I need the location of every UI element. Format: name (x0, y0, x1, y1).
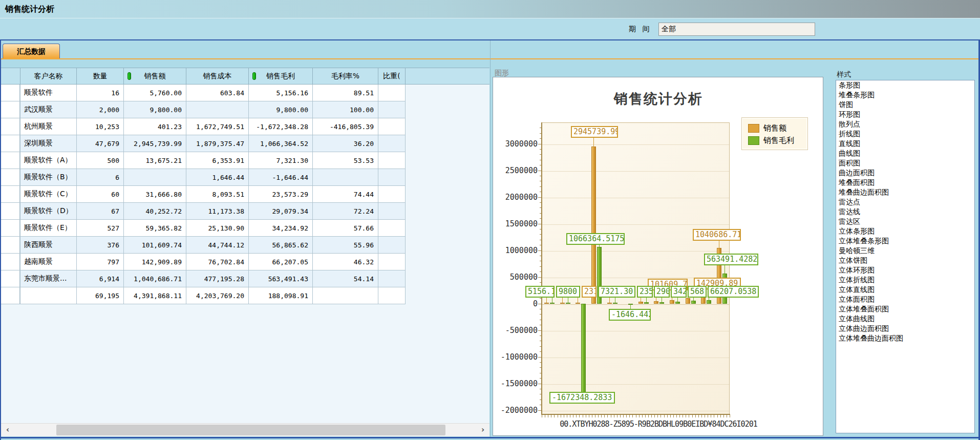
table-body[interactable]: 顺景软件165,760.00603.845,156.1689.51武汉顺景2,0… (1, 85, 489, 423)
table-cell[interactable]: 527 (77, 220, 124, 237)
row-selector[interactable] (1, 152, 20, 169)
table-cell[interactable]: 25,130.90 (186, 220, 249, 237)
style-list-item[interactable]: 雷达区 (836, 217, 974, 226)
style-list-item[interactable]: 立体条形图 (836, 226, 974, 236)
table-cell[interactable]: 31,666.80 (124, 186, 186, 203)
table-row[interactable]: 越南顺景797142,909.8976,702.8466,207.0546.32 (1, 254, 489, 270)
table-cell[interactable]: 9,800.00 (124, 101, 186, 118)
style-list-item[interactable]: 立体面积图 (836, 295, 974, 304)
column-header-4[interactable]: 销售成本 (186, 68, 249, 85)
table-cell[interactable]: 顺景软件（B） (20, 169, 77, 186)
table-cell[interactable]: -1,672,348.28 (249, 118, 313, 135)
table-cell[interactable]: 188,098.91 (249, 287, 313, 304)
table-cell[interactable]: 142,909.89 (124, 254, 186, 270)
style-list-item[interactable]: 雷达点 (836, 197, 974, 207)
table-cell[interactable]: 47,679 (77, 135, 124, 152)
table-cell[interactable]: 563,491.43 (249, 270, 313, 287)
table-cell[interactable]: 13,675.21 (124, 152, 186, 169)
table-cell[interactable]: 1,879,375.47 (186, 135, 249, 152)
table-cell[interactable]: 6,353.91 (186, 152, 249, 169)
table-cell[interactable]: 46.32 (313, 254, 378, 270)
table-row[interactable]: 杭州顺景10,253401.231,672,749.51-1,672,348.2… (1, 118, 489, 135)
table-cell[interactable]: 5,760.00 (124, 85, 186, 101)
row-selector[interactable] (1, 101, 20, 118)
table-cell[interactable]: 2,000 (77, 101, 124, 118)
style-list-item[interactable]: 曼哈顿三维 (836, 246, 974, 256)
table-cell[interactable] (20, 287, 77, 304)
table-cell[interactable] (186, 101, 249, 118)
column-header-5[interactable]: 销售毛利 (249, 68, 313, 85)
table-cell[interactable]: 797 (77, 254, 124, 270)
table-cell[interactable]: 东莞市顺景... (20, 270, 77, 287)
style-list-item[interactable]: 立体环形图 (836, 265, 974, 275)
style-list-item[interactable]: 面积图 (836, 158, 974, 168)
style-list-item[interactable]: 饼图 (836, 100, 974, 110)
style-list-item[interactable]: 立体堆叠条形图 (836, 236, 974, 246)
table-cell[interactable]: 杭州顺景 (20, 118, 77, 135)
table-cell[interactable]: -1,646.44 (249, 169, 313, 186)
table-cell[interactable]: 武汉顺景 (20, 101, 77, 118)
period-input[interactable] (658, 23, 815, 36)
style-list-item[interactable]: 直线图 (836, 139, 974, 149)
table-cell[interactable]: 11,173.38 (186, 203, 249, 220)
style-list-item[interactable]: 堆叠条形图 (836, 90, 974, 100)
table-cell[interactable] (378, 85, 406, 101)
column-header-1[interactable]: 客户名称 (20, 68, 77, 85)
table-cell[interactable]: 1,040,686.71 (124, 270, 186, 287)
table-cell[interactable]: 89.51 (313, 85, 378, 101)
table-cell[interactable] (378, 118, 406, 135)
table-cell[interactable]: 6,914 (77, 270, 124, 287)
table-cell[interactable]: 66,207.05 (249, 254, 313, 270)
table-cell[interactable]: 54.14 (313, 270, 378, 287)
style-list-item[interactable]: 曲边面积图 (836, 168, 974, 178)
table-cell[interactable]: 16 (77, 85, 124, 101)
table-cell[interactable]: 53.53 (313, 152, 378, 169)
table-cell[interactable]: 36.20 (313, 135, 378, 152)
row-selector[interactable] (1, 169, 20, 186)
table-cell[interactable]: 401.23 (124, 118, 186, 135)
style-list-item[interactable]: 条形图 (836, 80, 974, 90)
scrollbar-thumb[interactable] (56, 425, 445, 435)
style-list-item[interactable]: 立体折线图 (836, 275, 974, 285)
style-list-item[interactable]: 立体堆叠曲边面积图 (836, 333, 974, 343)
row-selector[interactable] (1, 118, 20, 135)
row-selector[interactable] (1, 85, 20, 101)
table-cell[interactable] (378, 287, 406, 304)
column-header-3[interactable]: 销售额 (124, 68, 186, 85)
table-cell[interactable]: 40,252.72 (124, 203, 186, 220)
table-cell[interactable]: 44,744.12 (186, 237, 249, 254)
table-cell[interactable]: 500 (77, 152, 124, 169)
table-cell[interactable]: -416,805.39 (313, 118, 378, 135)
table-cell[interactable]: 5,156.16 (249, 85, 313, 101)
table-cell[interactable]: 76,702.84 (186, 254, 249, 270)
table-row[interactable]: 东莞市顺景...6,9141,040,686.71477,195.28563,4… (1, 270, 489, 287)
table-total-row[interactable]: 69,1954,391,868.114,203,769.20188,098.91 (1, 287, 489, 304)
table-cell[interactable]: 顺景软件（C） (20, 186, 77, 203)
table-cell[interactable]: 1,066,364.52 (249, 135, 313, 152)
table-cell[interactable] (378, 237, 406, 254)
table-cell[interactable]: 顺景软件（E） (20, 220, 77, 237)
style-list-item[interactable]: 立体堆叠面积图 (836, 304, 974, 314)
row-selector[interactable] (1, 220, 20, 237)
table-cell[interactable] (378, 220, 406, 237)
style-list-item[interactable]: 立体曲线图 (836, 314, 974, 324)
table-cell[interactable]: 4,203,769.20 (186, 287, 249, 304)
table-row[interactable]: 顺景软件（E）52759,365.8225,130.9034,234.9257.… (1, 220, 489, 237)
table-cell[interactable]: 34,234.92 (249, 220, 313, 237)
style-listbox[interactable]: 条形图堆叠条形图饼图环形图散列点折线图直线图曲线图面积图曲边面积图堆叠面积图堆叠… (836, 80, 975, 433)
table-cell[interactable]: 顺景软件 (20, 85, 77, 101)
style-list-item[interactable]: 曲线图 (836, 149, 974, 158)
style-list-item[interactable]: 散列点 (836, 119, 974, 129)
table-cell[interactable] (378, 254, 406, 270)
table-cell[interactable]: 顺景软件（A） (20, 152, 77, 169)
table-row[interactable]: 顺景软件（A）50013,675.216,353.917,321.3053.53 (1, 152, 489, 169)
table-cell[interactable]: 477,195.28 (186, 270, 249, 287)
table-cell[interactable]: 越南顺景 (20, 254, 77, 270)
table-cell[interactable] (124, 169, 186, 186)
table-cell[interactable] (313, 287, 378, 304)
table-row[interactable]: 顺景软件（B）61,646.44-1,646.44 (1, 169, 489, 186)
table-cell[interactable]: 9,800.00 (249, 101, 313, 118)
table-cell[interactable]: 10,253 (77, 118, 124, 135)
table-cell[interactable]: 59,365.82 (124, 220, 186, 237)
column-header-6[interactable]: 毛利率% (313, 68, 378, 85)
